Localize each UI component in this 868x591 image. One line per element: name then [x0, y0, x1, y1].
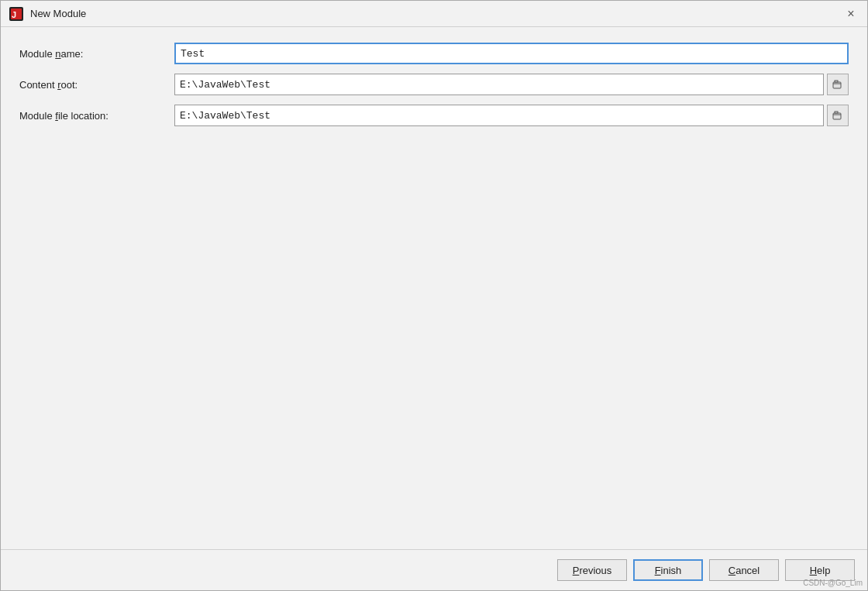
svg-rect-3 [833, 82, 841, 88]
content-root-row: Content root: [19, 74, 849, 95]
watermark: CSDN-@Go_Lim [803, 579, 863, 587]
content-root-input-wrapper [174, 74, 849, 95]
svg-text:J: J [12, 10, 16, 19]
previous-button[interactable]: Previous [557, 559, 627, 581]
module-file-location-row: Module file location: [19, 105, 849, 126]
module-name-input-wrapper [174, 43, 849, 64]
svg-rect-6 [835, 112, 838, 113]
module-name-row: Module name: [19, 43, 849, 64]
module-file-location-input-wrapper [174, 105, 849, 126]
dialog-footer: Previous Finish Cancel Help [1, 549, 867, 590]
title-bar-left: J New Module [9, 6, 86, 22]
finish-button[interactable]: Finish [633, 559, 703, 581]
module-name-label: Module name: [19, 48, 174, 60]
module-name-input[interactable] [174, 43, 849, 64]
dialog-title: New Module [30, 8, 86, 19]
module-file-location-label: Module file location: [19, 110, 174, 122]
content-root-label: Content root: [19, 79, 174, 91]
title-bar: J New Module × [1, 1, 867, 27]
module-file-location-input[interactable] [174, 105, 824, 126]
cancel-button[interactable]: Cancel [709, 559, 779, 581]
help-button[interactable]: Help [785, 559, 855, 581]
close-button[interactable]: × [842, 5, 859, 22]
svg-rect-4 [835, 81, 838, 82]
dialog-body: Module name: Content root: [1, 27, 867, 549]
app-icon: J [9, 6, 24, 22]
module-file-location-browse-button[interactable] [827, 105, 849, 126]
content-root-input[interactable] [174, 74, 824, 95]
svg-rect-5 [833, 113, 841, 119]
new-module-dialog: J New Module × Module name: Content root… [0, 0, 868, 591]
body-spacer [19, 136, 849, 534]
content-root-browse-button[interactable] [827, 74, 849, 95]
